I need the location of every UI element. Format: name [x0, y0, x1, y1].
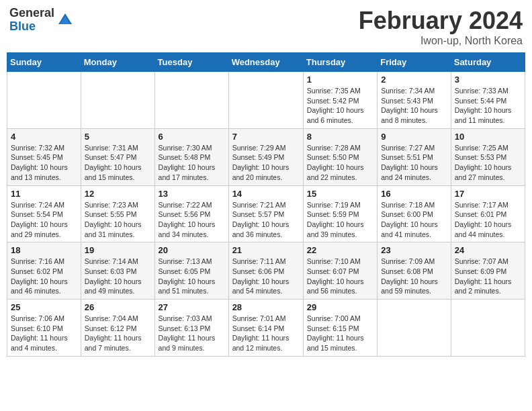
- day-info: Sunrise: 7:11 AM Sunset: 6:06 PM Dayligh…: [232, 257, 300, 296]
- calendar-week-row: 25Sunrise: 7:06 AM Sunset: 6:10 PM Dayli…: [7, 300, 525, 357]
- day-number: 24: [455, 245, 521, 255]
- logo: General Blue: [9, 7, 75, 34]
- weekday-header: Wednesday: [228, 53, 303, 72]
- calendar-cell: 17Sunrise: 7:17 AM Sunset: 6:01 PM Dayli…: [451, 185, 525, 242]
- logo-text: General Blue: [9, 7, 54, 34]
- day-info: Sunrise: 7:01 AM Sunset: 6:14 PM Dayligh…: [232, 314, 300, 353]
- calendar-cell: 27Sunrise: 7:03 AM Sunset: 6:13 PM Dayli…: [154, 300, 228, 357]
- calendar-cell: 23Sunrise: 7:09 AM Sunset: 6:08 PM Dayli…: [378, 242, 451, 300]
- day-number: 26: [85, 302, 151, 312]
- calendar-cell: 7Sunrise: 7:29 AM Sunset: 5:49 PM Daylig…: [228, 128, 303, 185]
- calendar-cell: 15Sunrise: 7:19 AM Sunset: 5:59 PM Dayli…: [303, 185, 377, 242]
- calendar-cell: 18Sunrise: 7:16 AM Sunset: 6:02 PM Dayli…: [7, 242, 81, 300]
- calendar-cell: 29Sunrise: 7:00 AM Sunset: 6:15 PM Dayli…: [303, 300, 377, 357]
- calendar-cell: 3Sunrise: 7:33 AM Sunset: 5:44 PM Daylig…: [451, 72, 525, 129]
- day-number: 19: [85, 245, 151, 255]
- page-header: General Blue February 2024 Iwon-up, Nort…: [7, 7, 525, 47]
- day-info: Sunrise: 7:34 AM Sunset: 5:43 PM Dayligh…: [381, 86, 447, 126]
- weekday-header: Sunday: [7, 53, 81, 72]
- weekday-header: Tuesday: [154, 53, 228, 72]
- calendar-cell: 25Sunrise: 7:06 AM Sunset: 6:10 PM Dayli…: [7, 300, 81, 357]
- calendar-cell: 1Sunrise: 7:35 AM Sunset: 5:42 PM Daylig…: [303, 72, 377, 129]
- day-number: 28: [232, 302, 300, 312]
- calendar-cell: 24Sunrise: 7:07 AM Sunset: 6:09 PM Dayli…: [451, 242, 525, 300]
- day-info: Sunrise: 7:00 AM Sunset: 6:15 PM Dayligh…: [307, 314, 373, 353]
- calendar-cell: 28Sunrise: 7:01 AM Sunset: 6:14 PM Dayli…: [228, 300, 303, 357]
- calendar-week-row: 4Sunrise: 7:32 AM Sunset: 5:45 PM Daylig…: [7, 128, 525, 185]
- day-info: Sunrise: 7:16 AM Sunset: 6:02 PM Dayligh…: [11, 257, 77, 296]
- day-info: Sunrise: 7:33 AM Sunset: 5:44 PM Dayligh…: [455, 86, 521, 126]
- day-info: Sunrise: 7:14 AM Sunset: 6:03 PM Dayligh…: [85, 257, 151, 296]
- day-info: Sunrise: 7:03 AM Sunset: 6:13 PM Dayligh…: [159, 314, 225, 353]
- calendar-week-row: 1Sunrise: 7:35 AM Sunset: 5:42 PM Daylig…: [7, 72, 525, 129]
- calendar-cell: 21Sunrise: 7:11 AM Sunset: 6:06 PM Dayli…: [228, 242, 303, 300]
- day-number: 29: [307, 302, 373, 312]
- day-number: 17: [455, 189, 521, 199]
- day-number: 7: [232, 132, 300, 142]
- day-number: 21: [232, 245, 300, 255]
- day-number: 23: [381, 245, 447, 255]
- day-info: Sunrise: 7:18 AM Sunset: 6:00 PM Dayligh…: [381, 200, 447, 240]
- day-info: Sunrise: 7:24 AM Sunset: 5:54 PM Dayligh…: [11, 200, 77, 240]
- calendar-cell: 4Sunrise: 7:32 AM Sunset: 5:45 PM Daylig…: [7, 128, 81, 185]
- calendar-cell: 2Sunrise: 7:34 AM Sunset: 5:43 PM Daylig…: [378, 72, 451, 129]
- calendar-cell: 26Sunrise: 7:04 AM Sunset: 6:12 PM Dayli…: [81, 300, 154, 357]
- weekday-header: Friday: [378, 53, 451, 72]
- logo-general: General: [9, 7, 54, 20]
- calendar-week-row: 18Sunrise: 7:16 AM Sunset: 6:02 PM Dayli…: [7, 242, 525, 300]
- calendar-cell: [154, 72, 228, 129]
- calendar-cell: 13Sunrise: 7:22 AM Sunset: 5:56 PM Dayli…: [154, 185, 228, 242]
- day-info: Sunrise: 7:06 AM Sunset: 6:10 PM Dayligh…: [11, 314, 77, 353]
- day-number: 10: [455, 132, 521, 142]
- day-number: 4: [11, 132, 77, 142]
- day-info: Sunrise: 7:09 AM Sunset: 6:08 PM Dayligh…: [381, 257, 447, 296]
- calendar-week-row: 11Sunrise: 7:24 AM Sunset: 5:54 PM Dayli…: [7, 185, 525, 242]
- day-number: 18: [11, 245, 77, 255]
- day-number: 9: [381, 132, 447, 142]
- day-info: Sunrise: 7:35 AM Sunset: 5:42 PM Dayligh…: [307, 86, 373, 126]
- day-info: Sunrise: 7:17 AM Sunset: 6:01 PM Dayligh…: [455, 200, 521, 240]
- day-info: Sunrise: 7:10 AM Sunset: 6:07 PM Dayligh…: [307, 257, 373, 296]
- weekday-header: Thursday: [303, 53, 377, 72]
- calendar-cell: [228, 72, 303, 129]
- logo-blue: Blue: [9, 20, 54, 34]
- day-number: 6: [159, 132, 225, 142]
- calendar-cell: [81, 72, 154, 129]
- calendar-cell: 14Sunrise: 7:21 AM Sunset: 5:57 PM Dayli…: [228, 185, 303, 242]
- weekday-header: Saturday: [451, 53, 525, 72]
- day-info: Sunrise: 7:19 AM Sunset: 5:59 PM Dayligh…: [307, 200, 373, 240]
- calendar-cell: 10Sunrise: 7:25 AM Sunset: 5:53 PM Dayli…: [451, 128, 525, 185]
- day-number: 15: [307, 189, 373, 199]
- day-number: 27: [159, 302, 225, 312]
- weekday-header: Monday: [81, 53, 154, 72]
- logo-icon: [56, 11, 75, 30]
- day-info: Sunrise: 7:25 AM Sunset: 5:53 PM Dayligh…: [455, 143, 521, 183]
- calendar-cell: [451, 300, 525, 357]
- calendar-cell: 6Sunrise: 7:30 AM Sunset: 5:48 PM Daylig…: [154, 128, 228, 185]
- calendar-cell: 12Sunrise: 7:23 AM Sunset: 5:55 PM Dayli…: [81, 185, 154, 242]
- calendar-cell: [378, 300, 451, 357]
- calendar-cell: 5Sunrise: 7:31 AM Sunset: 5:47 PM Daylig…: [81, 128, 154, 185]
- calendar-cell: 19Sunrise: 7:14 AM Sunset: 6:03 PM Dayli…: [81, 242, 154, 300]
- day-number: 3: [455, 75, 521, 85]
- calendar-cell: 8Sunrise: 7:28 AM Sunset: 5:50 PM Daylig…: [303, 128, 377, 185]
- day-info: Sunrise: 7:32 AM Sunset: 5:45 PM Dayligh…: [11, 143, 77, 183]
- calendar-cell: 9Sunrise: 7:27 AM Sunset: 5:51 PM Daylig…: [378, 128, 451, 185]
- day-info: Sunrise: 7:31 AM Sunset: 5:47 PM Dayligh…: [85, 143, 151, 183]
- day-info: Sunrise: 7:27 AM Sunset: 5:51 PM Dayligh…: [381, 143, 447, 183]
- day-number: 1: [307, 75, 373, 85]
- day-info: Sunrise: 7:04 AM Sunset: 6:12 PM Dayligh…: [85, 314, 151, 353]
- day-number: 22: [307, 245, 373, 255]
- day-number: 11: [11, 189, 77, 199]
- day-number: 8: [307, 132, 373, 142]
- calendar-title: February 2024: [359, 7, 523, 35]
- day-number: 14: [232, 189, 300, 199]
- calendar-cell: 11Sunrise: 7:24 AM Sunset: 5:54 PM Dayli…: [7, 185, 81, 242]
- day-number: 13: [159, 189, 225, 199]
- day-info: Sunrise: 7:07 AM Sunset: 6:09 PM Dayligh…: [455, 257, 521, 296]
- calendar-cell: 22Sunrise: 7:10 AM Sunset: 6:07 PM Dayli…: [303, 242, 377, 300]
- day-info: Sunrise: 7:22 AM Sunset: 5:56 PM Dayligh…: [159, 200, 225, 240]
- calendar-location: Iwon-up, North Korea: [359, 35, 523, 47]
- day-info: Sunrise: 7:29 AM Sunset: 5:49 PM Dayligh…: [232, 143, 300, 183]
- day-number: 2: [381, 75, 447, 85]
